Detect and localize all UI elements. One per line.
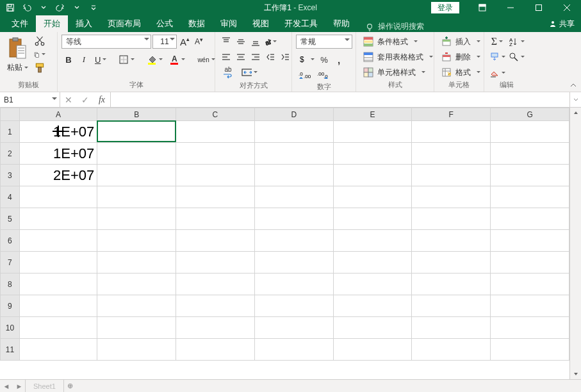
cell-D1[interactable] xyxy=(254,121,333,143)
align-middle-button[interactable] xyxy=(234,35,248,49)
cell-B5[interactable] xyxy=(97,208,176,230)
undo-button[interactable] xyxy=(19,1,35,15)
cell-B9[interactable] xyxy=(97,295,176,317)
tab-page-layout[interactable]: 页面布局 xyxy=(100,15,149,32)
cell-F5[interactable] xyxy=(412,208,491,230)
cell-A3[interactable]: 2E+07 xyxy=(19,165,97,186)
cell-C2[interactable] xyxy=(176,143,255,165)
increase-font-button[interactable]: A▴ xyxy=(178,35,192,49)
col-header-B[interactable]: B xyxy=(97,108,176,121)
cell-C8[interactable] xyxy=(176,274,255,295)
name-box[interactable]: B1 xyxy=(0,92,60,107)
font-name-combo[interactable]: 等线 xyxy=(61,35,151,49)
redo-dropdown[interactable] xyxy=(69,1,85,15)
autosum-button[interactable]: Σ xyxy=(488,35,506,49)
phonetic-guide-button[interactable]: wén xyxy=(195,53,217,67)
sheet-tab[interactable]: Sheet1 xyxy=(25,380,64,393)
formula-input[interactable] xyxy=(111,92,569,107)
col-header-C[interactable]: C xyxy=(176,108,255,121)
cell-B3[interactable] xyxy=(97,165,176,186)
cell-D2[interactable] xyxy=(254,143,333,165)
cell-A5[interactable] xyxy=(19,208,97,230)
enter-formula-button[interactable]: ✓ xyxy=(77,95,94,105)
decrease-indent-button[interactable] xyxy=(263,50,277,64)
cell-D11[interactable] xyxy=(254,339,333,361)
row-header-10[interactable]: 10 xyxy=(1,317,20,339)
cell-C4[interactable] xyxy=(176,186,255,208)
qat-customize[interactable] xyxy=(86,1,101,15)
cell-C5[interactable] xyxy=(176,208,255,230)
cell-A1[interactable]: 1E+07 xyxy=(19,121,97,143)
save-button[interactable] xyxy=(3,1,18,15)
maximize-button[interactable] xyxy=(525,0,553,15)
cell-A2[interactable]: 1E+07 xyxy=(19,143,97,165)
cell-D3[interactable] xyxy=(254,165,333,186)
cell-A9[interactable] xyxy=(19,295,97,317)
row-header-11[interactable]: 11 xyxy=(1,339,20,361)
decrease-decimal-button[interactable]: .00.0 xyxy=(315,68,332,82)
cell-E11[interactable] xyxy=(333,339,412,361)
border-button[interactable] xyxy=(116,53,137,67)
cell-G6[interactable] xyxy=(491,230,569,252)
col-header-E[interactable]: E xyxy=(333,108,412,121)
cell-F1[interactable] xyxy=(412,121,491,143)
cell-G11[interactable] xyxy=(491,339,569,361)
col-header-A[interactable]: A xyxy=(19,108,97,121)
cell-G7[interactable] xyxy=(491,252,569,274)
copy-button[interactable] xyxy=(33,48,46,61)
cell-F8[interactable] xyxy=(412,274,491,295)
cell-E5[interactable] xyxy=(333,208,412,230)
tab-developer[interactable]: 开发工具 xyxy=(277,15,325,32)
cell-G4[interactable] xyxy=(491,186,569,208)
wrap-text-button[interactable]: ab xyxy=(219,65,237,79)
cell-E2[interactable] xyxy=(333,143,412,165)
format-cells-button[interactable]: 格式 xyxy=(438,65,484,79)
sheet-nav-next[interactable]: ► xyxy=(13,382,26,390)
login-button[interactable]: 登录 xyxy=(431,2,459,13)
cell-A10[interactable] xyxy=(19,317,97,339)
cell-E10[interactable] xyxy=(333,317,412,339)
row-header-4[interactable]: 4 xyxy=(1,186,20,208)
cell-E4[interactable] xyxy=(333,186,412,208)
font-size-combo[interactable]: 11 xyxy=(152,35,177,49)
cell-G3[interactable] xyxy=(491,165,569,186)
col-header-D[interactable]: D xyxy=(254,108,333,121)
cell-B11[interactable] xyxy=(97,339,176,361)
cancel-formula-button[interactable]: ✕ xyxy=(60,95,77,105)
tell-me-search[interactable]: 操作说明搜索 xyxy=(365,21,424,32)
scroll-down-button[interactable] xyxy=(570,369,581,379)
percent-format-button[interactable]: % xyxy=(317,53,331,67)
row-header-2[interactable]: 2 xyxy=(1,143,20,165)
increase-indent-button[interactable] xyxy=(278,50,292,64)
cell-F11[interactable] xyxy=(412,339,491,361)
cell-E1[interactable] xyxy=(333,121,412,143)
new-sheet-button[interactable]: ⊕ xyxy=(64,382,77,390)
cell-G1[interactable] xyxy=(491,121,569,143)
cell-B10[interactable] xyxy=(97,317,176,339)
select-all-corner[interactable] xyxy=(1,108,20,121)
insert-function-button[interactable]: fx xyxy=(94,95,110,105)
row-header-6[interactable]: 6 xyxy=(1,230,20,252)
cut-button[interactable] xyxy=(33,35,46,47)
accounting-format-button[interactable]: $ xyxy=(296,53,316,67)
ribbon-display-options[interactable] xyxy=(468,0,496,15)
cell-G5[interactable] xyxy=(491,208,569,230)
tab-insert[interactable]: 插入 xyxy=(68,15,100,32)
cell-D4[interactable] xyxy=(254,186,333,208)
font-color-button[interactable]: A xyxy=(167,53,188,67)
bold-button[interactable]: B xyxy=(61,53,76,67)
align-right-button[interactable] xyxy=(249,50,263,64)
cell-A8[interactable] xyxy=(19,274,97,295)
cell-B4[interactable] xyxy=(97,186,176,208)
cell-B8[interactable] xyxy=(97,274,176,295)
increase-decimal-button[interactable]: .0.00 xyxy=(296,68,314,82)
sheet-nav-prev[interactable]: ◄ xyxy=(0,382,13,390)
cell-E8[interactable] xyxy=(333,274,412,295)
cell-D7[interactable] xyxy=(254,252,333,274)
close-button[interactable] xyxy=(553,0,581,15)
tab-home[interactable]: 开始 xyxy=(36,15,68,32)
grid[interactable]: A B C D E F G 11E+0721E+0732E+0745678910… xyxy=(0,108,569,379)
tab-data[interactable]: 数据 xyxy=(181,15,213,32)
expand-formula-bar-button[interactable] xyxy=(569,92,581,107)
cell-G9[interactable] xyxy=(491,295,569,317)
